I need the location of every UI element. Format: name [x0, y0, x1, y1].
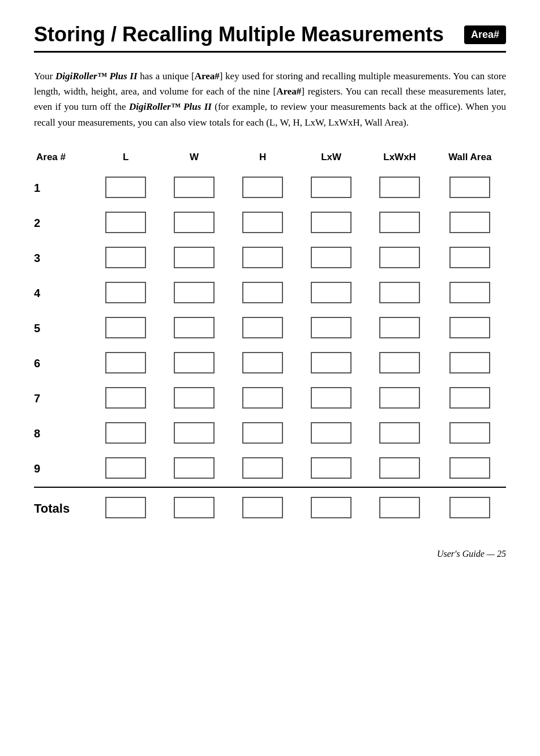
totals-box-wall-area — [449, 497, 490, 518]
box-5-wall-area — [449, 317, 490, 338]
box-5-h — [242, 317, 283, 338]
box-6-l — [105, 352, 146, 373]
cell-6-w — [160, 346, 229, 381]
area-key-1: Area# — [195, 71, 220, 81]
table-header-row: Area # L W H LxW LxWxH Wall Area — [34, 148, 506, 171]
col-header-lxwxh: LxWxH — [366, 148, 434, 171]
cell-1-l — [92, 171, 160, 206]
box-6-w — [174, 352, 215, 373]
col-header-area: Area # — [34, 148, 92, 171]
row-label-4: 4 — [34, 276, 92, 311]
cell-8-wall-area — [434, 416, 506, 452]
box-9-lxwxh — [379, 457, 420, 479]
cell-2-w — [160, 206, 229, 241]
totals-box-h — [242, 497, 283, 518]
box-3-w — [174, 247, 215, 268]
cell-9-lxwxh — [366, 452, 434, 487]
cell-5-lxw — [297, 311, 366, 346]
box-1-wall-area — [449, 177, 490, 198]
cell-3-l — [92, 241, 160, 276]
box-7-h — [242, 387, 283, 409]
cell-6-lxw — [297, 346, 366, 381]
area-key-2: Area# — [276, 86, 301, 97]
totals-box-lxwxh — [379, 497, 420, 518]
totals-box-lxw — [311, 497, 352, 518]
col-header-h: H — [229, 148, 297, 171]
cell-9-lxw — [297, 452, 366, 487]
totals-cell-lxw — [297, 487, 366, 526]
box-8-lxw — [311, 422, 352, 444]
page-footer: User's Guide — 25 — [34, 549, 506, 559]
footer-text: User's Guide — 25 — [437, 549, 506, 559]
cell-9-l — [92, 452, 160, 487]
box-2-h — [242, 212, 283, 233]
cell-4-h — [229, 276, 297, 311]
cell-1-wall-area — [434, 171, 506, 206]
cell-5-lxwxh — [366, 311, 434, 346]
box-2-lxw — [311, 212, 352, 233]
box-3-l — [105, 247, 146, 268]
row-label-6: 6 — [34, 346, 92, 381]
row-label-9: 9 — [34, 452, 92, 487]
col-header-w: W — [160, 148, 229, 171]
box-9-lxw — [311, 457, 352, 479]
totals-label: Totals — [34, 487, 92, 526]
box-7-wall-area — [449, 387, 490, 409]
col-header-wall-area: Wall Area — [434, 148, 506, 171]
box-4-h — [242, 282, 283, 303]
box-7-w — [174, 387, 215, 409]
cell-7-w — [160, 381, 229, 416]
box-8-h — [242, 422, 283, 444]
row-label-7: 7 — [34, 381, 92, 416]
cell-5-w — [160, 311, 229, 346]
cell-6-wall-area — [434, 346, 506, 381]
cell-3-lxw — [297, 241, 366, 276]
totals-box-l — [105, 497, 146, 518]
box-1-l — [105, 177, 146, 198]
box-9-h — [242, 457, 283, 479]
box-4-wall-area — [449, 282, 490, 303]
table-row: 2 — [34, 206, 506, 241]
box-5-lxw — [311, 317, 352, 338]
totals-cell-wall-area — [434, 487, 506, 526]
totals-cell-w — [160, 487, 229, 526]
cell-8-lxw — [297, 416, 366, 452]
cell-8-l — [92, 416, 160, 452]
box-3-lxw — [311, 247, 352, 268]
product-name-2: DigiRoller™ Plus II — [129, 101, 212, 112]
cell-2-wall-area — [434, 206, 506, 241]
table-row: 4 — [34, 276, 506, 311]
cell-4-lxw — [297, 276, 366, 311]
cell-6-h — [229, 346, 297, 381]
cell-9-w — [160, 452, 229, 487]
box-9-l — [105, 457, 146, 479]
intro-paragraph: Your DigiRoller™ Plus II has a unique [A… — [34, 68, 506, 130]
box-3-wall-area — [449, 247, 490, 268]
col-header-l: L — [92, 148, 160, 171]
cell-1-h — [229, 171, 297, 206]
box-8-lxwxh — [379, 422, 420, 444]
cell-7-wall-area — [434, 381, 506, 416]
cell-5-wall-area — [434, 311, 506, 346]
totals-cell-h — [229, 487, 297, 526]
box-8-l — [105, 422, 146, 444]
box-4-lxw — [311, 282, 352, 303]
box-9-wall-area — [449, 457, 490, 479]
table-row: 8 — [34, 416, 506, 452]
row-label-2: 2 — [34, 206, 92, 241]
row-label-8: 8 — [34, 416, 92, 452]
box-6-wall-area — [449, 352, 490, 373]
cell-2-lxw — [297, 206, 366, 241]
cell-3-wall-area — [434, 241, 506, 276]
cell-8-w — [160, 416, 229, 452]
row-label-5: 5 — [34, 311, 92, 346]
box-4-w — [174, 282, 215, 303]
box-7-l — [105, 387, 146, 409]
totals-cell-lxwxh — [366, 487, 434, 526]
col-header-lxw: LxW — [297, 148, 366, 171]
cell-1-lxwxh — [366, 171, 434, 206]
totals-cell-l — [92, 487, 160, 526]
box-6-h — [242, 352, 283, 373]
cell-2-l — [92, 206, 160, 241]
box-5-w — [174, 317, 215, 338]
